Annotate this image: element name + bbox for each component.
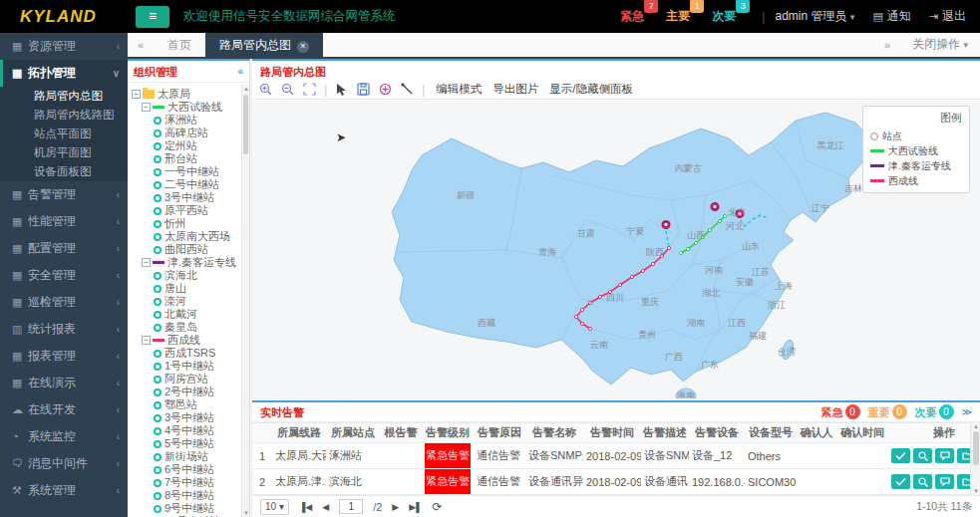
- station-dot[interactable]: [723, 214, 726, 217]
- column-header-确认人[interactable]: 确认人: [797, 423, 836, 443]
- scroll-down-icon[interactable]: ▼: [973, 488, 979, 494]
- tree-scrollbar[interactable]: ▲▼: [241, 85, 249, 517]
- last-page-button[interactable]: ▶▌: [409, 502, 422, 512]
- tree-node-station-滦河[interactable]: 滦河: [132, 295, 241, 308]
- map-tool-zoomin-icon[interactable]: [258, 82, 273, 97]
- comment-action-button[interactable]: [935, 474, 954, 489]
- map-canvas[interactable]: 黑龙江吉林辽宁内蒙古新疆甘肃宁夏青海陕西山西北京河北山东河南江苏安徽上海湖北浙江…: [252, 101, 980, 398]
- sidebar-subitem-站点平面图[interactable]: 站点平面图: [0, 125, 128, 143]
- map-station-pin[interactable]: [710, 202, 719, 211]
- map-tool-编辑模式[interactable]: 编辑模式: [436, 82, 482, 97]
- tree-node-station-曲阳西站[interactable]: 曲阳西站: [132, 243, 241, 256]
- station-dot[interactable]: [588, 327, 591, 330]
- page-number-input[interactable]: [339, 499, 363, 514]
- map-station-pin[interactable]: [661, 220, 670, 229]
- tree-node-station-阿房宫站[interactable]: 阿房宫站: [132, 373, 241, 386]
- collapse-icon[interactable]: −: [142, 103, 151, 112]
- sidebar-item-系统监控[interactable]: ◔系统监控‹: [0, 423, 128, 450]
- refresh-icon[interactable]: ⟳: [433, 500, 443, 514]
- hamburger-menu-button[interactable]: ≡: [136, 6, 169, 28]
- user-menu[interactable]: admin 管理员 ▾: [775, 8, 854, 25]
- tree-node-station-一号中继站[interactable]: 一号中继站: [132, 165, 241, 178]
- sidebar-item-系统管理[interactable]: ⚒系统管理‹: [0, 477, 128, 504]
- table-row[interactable]: 2太原局.津.秦滨海北紧急告警通信告警设备通讯异常2018-02-09 1设备通…: [252, 469, 970, 495]
- station-dot[interactable]: [580, 308, 583, 311]
- column-header-根告警[interactable]: 根告警: [380, 423, 422, 443]
- tabs-scroll-right-icon[interactable]: »: [874, 33, 900, 57]
- tree-node-station-新街场站[interactable]: 新街场站: [132, 450, 241, 463]
- column-header-告警时间[interactable]: 告警时间: [583, 423, 641, 443]
- tab-首页[interactable]: 首页: [154, 33, 205, 57]
- station-dot[interactable]: [651, 262, 654, 265]
- sidebar-item-在线开发[interactable]: ☁在线开发‹: [0, 396, 128, 423]
- alarm-level-badge-主要[interactable]: 主要1: [666, 8, 696, 25]
- station-dot[interactable]: [686, 247, 689, 250]
- next-page-button[interactable]: ▶: [392, 502, 399, 512]
- tree-node-station-滨海北[interactable]: 滨海北: [132, 269, 241, 282]
- alarm-level-badge-次要[interactable]: 次要3: [712, 8, 742, 25]
- prev-page-button[interactable]: ◀: [322, 502, 329, 512]
- tree-node-root[interactable]: −太原局: [132, 88, 241, 101]
- table-row[interactable]: 1太原局.大西涿洲站紧急告警通信告警设备SNMP连2018-02-09 1设备S…: [252, 443, 970, 469]
- sidebar-item-巡检管理[interactable]: ▦巡检管理‹: [0, 289, 128, 316]
- tree-node-station-忻州[interactable]: 忻州: [132, 217, 241, 230]
- station-dot[interactable]: [679, 251, 682, 254]
- tree-node-station-4号中继站[interactable]: 4号中继站: [132, 424, 241, 437]
- column-header-确认时间[interactable]: 确认时间: [836, 423, 888, 443]
- page-size-select[interactable]: 10 ▾: [260, 499, 289, 515]
- sidebar-item-安全管理[interactable]: ▦安全管理‹: [0, 262, 128, 289]
- station-dot[interactable]: [618, 283, 621, 286]
- sidebar-item-拓扑管理[interactable]: ▦拓扑管理∨: [0, 60, 128, 87]
- tree-node-station-秦皇岛[interactable]: 秦皇岛: [132, 321, 241, 334]
- tree-node-station-1号中继站[interactable]: 1号中继站: [132, 360, 241, 373]
- scroll-up-icon[interactable]: ▲: [243, 86, 249, 92]
- sidebar-item-资源管理[interactable]: ▦资源管理‹: [0, 33, 128, 60]
- collapse-icon[interactable]: −: [132, 90, 141, 99]
- tree-node-line-西成线[interactable]: −西成线: [132, 334, 241, 347]
- first-page-button[interactable]: ▐◀: [299, 502, 312, 512]
- station-dot[interactable]: [718, 219, 721, 222]
- check-action-button[interactable]: [891, 448, 910, 463]
- comment-action-button[interactable]: [935, 448, 954, 463]
- book-action-button[interactable]: [957, 474, 970, 489]
- notice-button[interactable]: ▤通知: [872, 8, 910, 25]
- map-tool-fit-icon[interactable]: [302, 82, 317, 97]
- close-icon[interactable]: ×: [297, 41, 309, 53]
- book-action-button[interactable]: [957, 448, 970, 463]
- tree-node-station-太原南大西场[interactable]: 太原南大西场: [132, 230, 241, 243]
- tree-node-line-津.秦客运专线[interactable]: −津.秦客运专线: [132, 256, 241, 269]
- tree-node-station-北戴河[interactable]: 北戴河: [132, 308, 241, 321]
- sidebar-item-告警管理[interactable]: ▦告警管理‹: [0, 181, 128, 208]
- column-header-告警级别[interactable]: 告警级别: [422, 423, 474, 443]
- tree-node-station-定州站[interactable]: 定州站: [132, 139, 241, 152]
- check-action-button[interactable]: [891, 474, 910, 489]
- sidebar-subitem-设备面板图[interactable]: 设备面板图: [0, 162, 128, 181]
- sidebar-item-报表管理[interactable]: ▦报表管理‹: [0, 343, 128, 370]
- tree-node-station-邢台站[interactable]: 邢台站: [132, 152, 241, 165]
- panel-badge-紧急[interactable]: 紧急0: [821, 402, 860, 422]
- map-tool-circleplus-icon[interactable]: [378, 82, 393, 97]
- scroll-up-icon[interactable]: ▲: [973, 423, 979, 429]
- scroll-down-icon[interactable]: ▼: [243, 510, 249, 516]
- tree-node-station-2号中继站[interactable]: 2号中继站: [132, 386, 241, 398]
- station-dot[interactable]: [641, 269, 644, 272]
- sidebar-subitem-路局管内总图[interactable]: 路局管内总图: [0, 87, 128, 106]
- column-header-告警名称[interactable]: 告警名称: [525, 423, 583, 443]
- station-dot[interactable]: [694, 241, 697, 244]
- tabs-scroll-left-icon[interactable]: «: [128, 33, 154, 57]
- tree-node-station-涿洲站[interactable]: 涿洲站: [132, 114, 241, 127]
- station-dot[interactable]: [630, 275, 633, 278]
- tree-node-station-3号中继站[interactable]: 3号中继站: [132, 411, 241, 424]
- map-tool-显示/隐藏侧面板[interactable]: 显示/隐藏侧面板: [549, 82, 633, 97]
- station-dot[interactable]: [667, 246, 670, 249]
- tree-node-station-9号中继站[interactable]: 9号中继站: [132, 502, 241, 515]
- tree-node-station-鄠邑站[interactable]: 鄠邑站: [132, 398, 241, 411]
- station-dot[interactable]: [598, 295, 601, 298]
- tree-node-station-3号中继站[interactable]: 3号中继站: [132, 191, 241, 204]
- collapse-panel-icon[interactable]: «: [237, 61, 243, 82]
- close-operations-menu[interactable]: 关闭操作 ▾: [912, 32, 968, 57]
- map-tool-zoomout-icon[interactable]: [280, 82, 295, 97]
- sidebar-subitem-机房平面图[interactable]: 机房平面图: [0, 143, 128, 162]
- alarm-level-badge-紧急[interactable]: 紧急7: [620, 8, 650, 25]
- sidebar-item-消息中间件[interactable]: 🗨消息中间件‹: [0, 450, 128, 477]
